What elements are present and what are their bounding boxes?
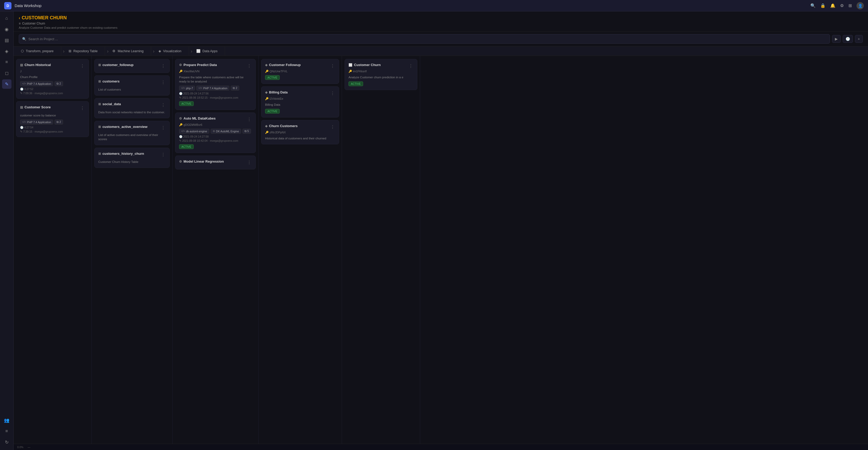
- tab-transform[interactable]: ⬡ Transform, prepare ›: [13, 47, 61, 56]
- card-id: 🔑 zRtrJDPpNX: [265, 131, 335, 134]
- tab-viz[interactable]: ◈ Visualization ›: [151, 47, 189, 56]
- card-customer-followup[interactable]: ⊞ customer_followup ⋮: [94, 59, 170, 73]
- sidebar-item-list[interactable]: ≡: [2, 57, 11, 67]
- main-content: ‹ CUSTOMER CHURN ≡ Customer Churn Analyz…: [13, 11, 868, 450]
- card-menu-button[interactable]: ⋮: [408, 63, 413, 69]
- user-avatar[interactable]: 👤: [857, 2, 864, 9]
- card-customer-score[interactable]: ▤ Customer Score ⋮ customer score by bal…: [16, 101, 89, 137]
- add-button[interactable]: +: [855, 35, 863, 43]
- card-id: 🔑 I2VIdvkiEe: [265, 97, 335, 101]
- sidebar: ⌂ ◉ ▤ ◈ ≡ ◻ ✎ 👥 ≡ ↻: [0, 11, 13, 450]
- grid-icon[interactable]: ⊞: [848, 3, 852, 8]
- tag-automl: </>dk-automl-engine: [179, 129, 209, 134]
- card-desc: Data from social networks related to the…: [98, 110, 166, 114]
- card-title-text: Prepare Predict Data: [184, 63, 217, 67]
- card-menu-button[interactable]: ⋮: [330, 90, 335, 96]
- card-icon: ⚙: [179, 160, 182, 163]
- card-model-linear[interactable]: ⚙ Model Linear Regression ⋮: [175, 156, 256, 169]
- tab-repository[interactable]: ⊞ Repository Table ›: [61, 47, 105, 56]
- card-icon: ⊞: [98, 152, 101, 156]
- sidebar-item-pipeline[interactable]: ◈: [2, 47, 11, 56]
- card-menu-button[interactable]: ⋮: [80, 105, 85, 111]
- bottom-icon: —: [28, 446, 31, 449]
- repository-tab-icon: ⊞: [68, 49, 71, 53]
- card-id: J: [20, 70, 85, 73]
- card-menu-button[interactable]: ⋮: [330, 63, 335, 69]
- card-menu-button[interactable]: ⋮: [330, 124, 335, 130]
- project-subtitle-icon: ≡: [19, 22, 21, 25]
- card-menu-button[interactable]: ⋮: [161, 79, 166, 85]
- sidebar-item-refresh[interactable]: ↻: [2, 438, 11, 447]
- card-desc: List of active customers and overview of…: [98, 133, 166, 141]
- card-menu-button[interactable]: ⋮: [247, 63, 252, 69]
- progress-percent: 0.0%: [17, 446, 24, 449]
- sidebar-item-dashboard[interactable]: ◉: [2, 25, 11, 34]
- project-back-button[interactable]: ‹ CUSTOMER CHURN: [19, 15, 863, 21]
- tag-php7: </>php-7: [179, 86, 195, 91]
- card-icon: ◈: [265, 124, 268, 128]
- sidebar-item-edit[interactable]: ✎: [2, 79, 11, 89]
- run-search-button[interactable]: ▶: [832, 35, 841, 43]
- card-title-text: Model Linear Regression: [184, 160, 224, 163]
- status-badge-active: ACTIVE: [265, 109, 280, 114]
- card-id: 🔑 im1FKksrIf: [348, 70, 413, 73]
- search-icon[interactable]: 🔍: [810, 3, 816, 8]
- search-input[interactable]: [28, 37, 827, 41]
- sidebar-item-storage[interactable]: ▤: [2, 35, 11, 45]
- project-subtitle: ≡ Customer Churn: [19, 22, 863, 25]
- card-icon: ◈: [265, 63, 268, 67]
- card-id: 🔑 XIeo9IaUVN: [179, 70, 252, 73]
- column-transform: ▤ Churn Historical ⋮ J Churn Profile </>…: [13, 56, 92, 444]
- card-customers-history-churn[interactable]: ⊞ customers_history_churn ⋮ Customer Chu…: [94, 148, 170, 168]
- tag-count: ⧉ 2: [231, 86, 239, 91]
- card-menu-button[interactable]: ⋮: [161, 125, 166, 131]
- apps-tab-icon: ⬜: [196, 49, 200, 53]
- card-title-text: Auto ML DataKubes: [184, 116, 216, 120]
- tag-icon: </>: [22, 82, 26, 85]
- card-icon: ⊞: [98, 125, 101, 129]
- card-edit-time: ✎ 7:09:36 · mvega@grupoenx.com: [20, 92, 85, 95]
- sidebar-item-users[interactable]: 👥: [2, 416, 11, 425]
- card-social-data[interactable]: ⊞ social_data ⋮ Data from social network…: [94, 98, 170, 118]
- settings-icon[interactable]: ⚙: [840, 3, 844, 8]
- card-tags: </>PHP 7.4 Application ⧉ 2: [20, 81, 85, 86]
- sidebar-item-home[interactable]: ⌂: [2, 13, 11, 23]
- sidebar-item-menu[interactable]: ≡: [2, 426, 11, 436]
- lock-icon[interactable]: 🔒: [820, 3, 826, 8]
- card-billing-data[interactable]: ◈ Billing Data ⋮ 🔑 I2VIdvkiEe Billing Da…: [261, 86, 339, 117]
- card-menu-button[interactable]: ⋮: [161, 102, 166, 108]
- history-button[interactable]: 🕐: [843, 35, 853, 43]
- app-logo: D: [4, 2, 11, 9]
- card-churn-historical[interactable]: ▤ Churn Historical ⋮ J Churn Profile </>…: [16, 59, 89, 99]
- card-desc: Customer Churn History Table: [98, 160, 166, 164]
- tag-count: ⧉ 2: [55, 81, 63, 86]
- card-subtitle: customer score by balance: [20, 113, 85, 117]
- tag-icon: </>: [181, 87, 185, 89]
- card-customer-followup-viz[interactable]: ◈ Customer Followup ⋮ 🔑 QNzUneTFVL ACTIV…: [261, 59, 339, 84]
- card-menu-button[interactable]: ⋮: [161, 152, 166, 158]
- card-prepare-predict[interactable]: ⚙ Prepare Predict Data ⋮ 🔑 XIeo9IaUVN Pr…: [175, 59, 256, 110]
- card-menu-button[interactable]: ⋮: [161, 63, 166, 69]
- card-menu-button[interactable]: ⋮: [247, 160, 252, 166]
- tab-ml[interactable]: ⚙ Machine Learning ›: [105, 47, 151, 56]
- card-title-text: Churn Customers: [269, 124, 298, 128]
- sidebar-item-analytics[interactable]: ◻: [2, 68, 11, 78]
- card-tags: </>PHP 7.4 Application ⧉ 2: [20, 119, 85, 124]
- card-auto-ml[interactable]: ⚙ Auto ML DataKubes ⋮ 🔑 gDGEMWBvr6 </>dk…: [175, 113, 256, 153]
- tab-apps[interactable]: ⬜ Data Apps: [189, 47, 225, 56]
- tag-icon: ⚙: [213, 130, 215, 133]
- project-description: Analyze Customer Data and predict custom…: [19, 26, 863, 29]
- card-desc: Prepare the table where customers active…: [179, 75, 252, 84]
- card-customers[interactable]: ⊞ customers ⋮ List of customers: [94, 76, 170, 95]
- card-timestamp: 🕐 4:27:54: [20, 126, 85, 129]
- tab-transform-label: Transform, prepare: [26, 49, 54, 53]
- card-customers-active-overview[interactable]: ⊞ customers_active_overview ⋮ List of ac…: [94, 121, 170, 145]
- card-churn-customers[interactable]: ◈ Churn Customers ⋮ 🔑 zRtrJDPpNX Histori…: [261, 120, 339, 144]
- tab-ml-label: Machine Learning: [118, 49, 143, 53]
- bell-icon[interactable]: 🔔: [830, 3, 835, 8]
- tag-dk: ⚙DK AutoML Engine: [211, 129, 241, 134]
- card-customer-churn-app[interactable]: ⬜ Customer Churn ⋮ 🔑 im1FKksrIf Analyze …: [345, 59, 417, 90]
- card-menu-button[interactable]: ⋮: [247, 116, 252, 122]
- card-title-text: customer_followup: [102, 63, 133, 67]
- card-menu-button[interactable]: ⋮: [80, 63, 85, 69]
